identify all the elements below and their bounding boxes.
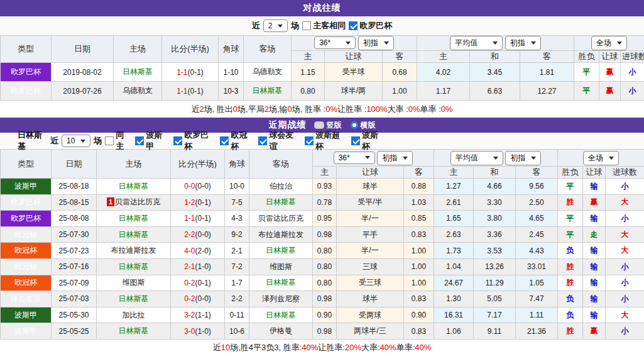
table-row: 欧罗巴杯2019-08-02日林斯基1-1(0-1)1-10乌德勒支1.15受半… [1, 63, 644, 82]
recent-bookmaker-select[interactable]: 36* [334, 152, 375, 164]
result-outcome: 平 [558, 226, 583, 243]
score: 0-0(0-0) [171, 179, 225, 195]
h2h-table: 类型 日期 主场 比分(半场) 角球 客场 36* 初指 平均值 初指 全场 主… [0, 35, 644, 101]
europe-away-odds: 2.45 [516, 226, 558, 243]
result-goals: 小 [606, 291, 644, 307]
recent-checkbox-6[interactable]: 波斯杯 [351, 130, 386, 152]
result-handicap: 输 [583, 243, 606, 259]
away-team: 日林斯基 [249, 307, 313, 323]
europe-home-odds: 1.65 [434, 211, 474, 227]
h2h-average-select[interactable]: 平均值 [450, 36, 503, 50]
chevron-down-icon [493, 41, 498, 45]
handicap-line: 受平/半 [337, 194, 404, 211]
handicap-line: 平手 [337, 226, 404, 243]
recent-checkbox-2[interactable]: 欧罗巴杯 [173, 130, 217, 152]
checkbox-label: 球会友谊 [269, 130, 302, 152]
rank-badge: 1 [107, 197, 114, 206]
recent-checkbox-0[interactable]: 同主 [105, 130, 132, 152]
h2h-oddstype1-select[interactable]: 初指 [358, 36, 394, 50]
chevron-down-icon [531, 157, 536, 160]
radio-horizontal-layout[interactable]: 横版 [351, 120, 376, 131]
h2h-oddstype2-select[interactable]: 初指 [505, 36, 541, 50]
europe-home-odds: 1.04 [434, 258, 474, 275]
europe-away-odds: 9.56 [516, 179, 558, 195]
league-badge: 欧罗巴杯 [1, 211, 52, 227]
radio-selected-icon [314, 121, 324, 129]
europe-home-odds: 1.17 [417, 82, 470, 101]
result-goals: 小 [606, 323, 644, 340]
match-date: 25-07-30 [52, 226, 97, 243]
handicap-home-odds: 0.95 [313, 211, 337, 227]
checkbox-label: 欧冠杯 [231, 130, 255, 152]
recent-average-select[interactable]: 平均值 [450, 151, 503, 165]
europe-away-odds: 12.27 [520, 82, 574, 101]
score: 1-1(0-1) [162, 82, 219, 101]
handicap-line: 球半/两 [325, 82, 383, 101]
away-team: 乌德勒支 [244, 63, 292, 82]
result-goals: 小 [606, 179, 644, 195]
league-badge: 波斯甲 [1, 307, 52, 323]
recent-oddstype1-select[interactable]: 初指 [377, 151, 413, 165]
result-handicap: 赢 [599, 63, 621, 82]
europe-draw-odds: 9.11 [474, 323, 516, 340]
result-goals: 小 [621, 82, 644, 101]
europe-home-odds: 1.06 [434, 323, 474, 340]
h2h-bookmaker-select[interactable]: 36* [314, 36, 356, 49]
checkbox-label: 主客相同 [313, 20, 346, 31]
europe-home-odds: 1.30 [434, 291, 474, 307]
recent-games-label: 场 [94, 135, 102, 147]
result-outcome: 负 [558, 291, 583, 307]
h2h-count-select[interactable]: 2 [263, 19, 288, 32]
result-outcome: 负 [558, 243, 583, 259]
home-team: 1贝雷达比历克 [97, 194, 171, 211]
handicap-home-odds: 0.80 [292, 82, 325, 101]
col-away: 客场 [249, 150, 313, 179]
recent-checkbox-3[interactable]: 欧冠杯 [220, 130, 255, 152]
table-row: 欧冠杯25-07-30日林斯基2-2(0-0)9-2布拉迪斯拉发0.98平手0.… [1, 226, 644, 243]
recent-scope-select[interactable]: 全场 [583, 151, 619, 165]
europe-home-odds: 16.31 [434, 307, 474, 323]
recent-checkbox-5[interactable]: 波斯超杯 [305, 130, 348, 152]
handicap-away-odds: 0.90 [404, 307, 434, 323]
score: 1-1(0-1) [162, 63, 219, 82]
recent-checkbox-group: 同主波斯甲欧罗巴杯欧冠杯球会友谊波斯超杯波斯杯 [105, 130, 386, 152]
checkbox-label: 欧罗巴杯 [184, 130, 217, 152]
recent-checkbox-1[interactable]: 波斯甲 [135, 130, 170, 152]
corner-score: 2-2 [225, 291, 249, 307]
europe-away-odds: 1.05 [516, 275, 558, 291]
chevron-down-icon [346, 41, 351, 45]
home-team: 日林斯基 [97, 323, 171, 340]
europe-draw-odds: 5.05 [474, 291, 516, 307]
recent-near-label: 近 [50, 135, 58, 147]
col-type: 类型 [1, 150, 52, 179]
home-team: 日林斯基 [97, 211, 171, 227]
league-badge: 欧冠杯 [1, 275, 52, 291]
result-outcome: 胜 [558, 275, 583, 291]
chevron-down-icon [609, 157, 614, 160]
europe-draw-odds: 3.45 [470, 63, 520, 82]
checkbox-checked-icon [220, 136, 229, 145]
home-team: 日林斯基 [97, 258, 171, 275]
handicap-home-odds: 0.98 [313, 226, 337, 243]
home-team: 日林斯基 [97, 291, 171, 307]
h2h-checkbox-0[interactable]: 主客相同 [302, 20, 346, 31]
match-date: 25-05-25 [52, 323, 97, 340]
corner-score: 7-2 [225, 258, 249, 275]
recent-count-select[interactable]: 10 [62, 135, 90, 147]
europe-draw-odds: 3.30 [474, 194, 516, 211]
europe-away-odds: 2.50 [516, 194, 558, 211]
recent-controls: 日林斯基 近 10 场 同主波斯甲欧罗巴杯欧冠杯球会友谊波斯超杯波斯杯 [0, 133, 644, 149]
checkbox-checked-icon [258, 136, 267, 145]
h2h-checkbox-1[interactable]: 欧罗巴杯 [349, 20, 392, 31]
europe-home-odds: 1.73 [434, 243, 474, 259]
corner-score: 10-6 [225, 323, 249, 340]
recent-oddstype2-select[interactable]: 初指 [505, 151, 541, 165]
recent-checkbox-4[interactable]: 球会友谊 [258, 130, 302, 152]
radio-vertical-layout[interactable]: 竖版 [314, 120, 342, 131]
corner-score: 0-11 [225, 307, 249, 323]
league-badge: 欧罗巴杯 [1, 82, 52, 101]
match-date: 25-07-09 [52, 275, 97, 291]
league-badge: 欧罗巴杯 [1, 194, 52, 211]
handicap-line: 两球半/三 [337, 323, 404, 340]
h2h-scope-select[interactable]: 全场 [591, 36, 627, 50]
